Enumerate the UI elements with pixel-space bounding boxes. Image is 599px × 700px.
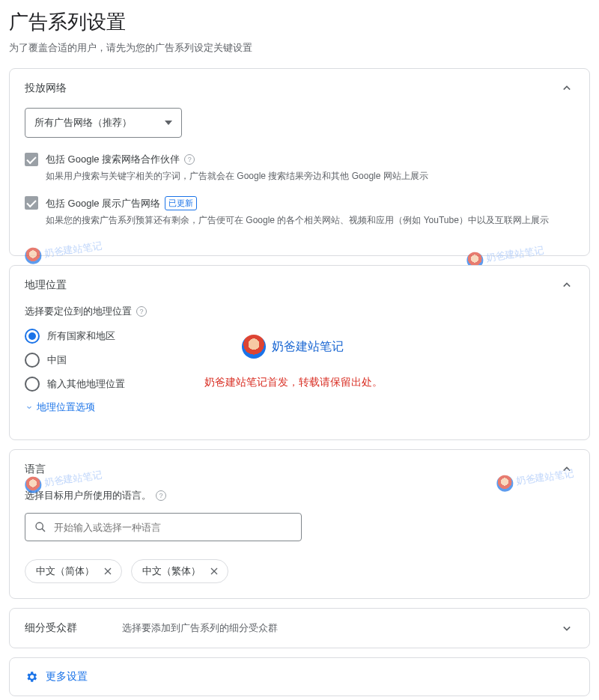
audiences-header[interactable]: 细分受众群 选择要添加到广告系列的细分受众群 xyxy=(10,609,589,648)
language-search-input[interactable] xyxy=(54,522,292,533)
chevron-down-icon xyxy=(559,621,574,636)
close-icon[interactable] xyxy=(102,565,114,577)
radio-checked-icon xyxy=(25,329,40,344)
search-partners-option[interactable]: 包括 Google 搜索网络合作伙伴 ? 如果用户搜索与关键字相关的字词，广告就… xyxy=(25,153,574,183)
page-subtitle: 为了覆盖合适的用户，请先为您的广告系列设定关键设置 xyxy=(9,41,590,55)
networks-dropdown[interactable]: 所有广告网络（推荐） xyxy=(25,108,182,138)
location-options-expand[interactable]: 地理位置选项 xyxy=(25,401,574,414)
watermark-note: 奶爸建站笔记首发，转载请保留出处。 xyxy=(204,376,383,389)
networks-body: 所有广告网络（推荐） 包括 Google 搜索网络合作伙伴 ? 如果用户搜索与关… xyxy=(10,108,589,255)
languages-section-label: 选择目标用户所使用的语言。 ? xyxy=(25,489,574,502)
languages-card: 语言 选择目标用户所使用的语言。 ? 中文（简体） 中文（繁体） 奶爸建站笔记 … xyxy=(9,449,590,599)
help-icon[interactable]: ? xyxy=(136,306,147,317)
radio-label: 中国 xyxy=(47,353,67,367)
watermark-brand: 奶爸建站笔记 xyxy=(242,335,344,359)
svg-point-0 xyxy=(36,523,43,529)
opt1-desc: 如果用户搜索与关键字相关的字词，广告就会在 Google 搜索结果旁边和其他 G… xyxy=(46,169,428,183)
languages-title: 语言 xyxy=(25,463,46,476)
more-settings-button[interactable]: 更多设置 xyxy=(10,658,589,696)
caret-down-icon xyxy=(165,121,172,125)
checkbox-checked-icon xyxy=(25,153,38,166)
locations-section-label: 选择要定位到的地理位置 ? xyxy=(25,305,574,318)
opt2-label: 包括 Google 展示广告网络 xyxy=(46,197,160,210)
languages-header[interactable]: 语言 xyxy=(10,450,589,489)
language-chips: 中文（简体） 中文（繁体） xyxy=(25,559,574,583)
radio-label: 输入其他地理位置 xyxy=(47,377,125,391)
help-icon[interactable]: ? xyxy=(156,490,166,501)
chevron-up-icon xyxy=(559,81,574,96)
chip-traditional-chinese[interactable]: 中文（繁体） xyxy=(131,559,228,583)
locations-header[interactable]: 地理位置 xyxy=(10,266,589,305)
search-icon xyxy=(34,521,46,533)
languages-body: 选择目标用户所使用的语言。 ? 中文（简体） 中文（繁体） xyxy=(10,489,589,598)
radio-unchecked-icon xyxy=(25,377,40,392)
chevron-up-icon xyxy=(559,462,574,477)
networks-header[interactable]: 投放网络 xyxy=(10,69,589,108)
more-settings-label: 更多设置 xyxy=(46,670,88,684)
chip-label: 中文（简体） xyxy=(36,564,94,578)
page-title: 广告系列设置 xyxy=(9,9,590,35)
avatar-icon xyxy=(242,335,266,359)
display-network-option[interactable]: 包括 Google 展示广告网络 已更新 如果您的搜索广告系列预算还有剩余，广告… xyxy=(25,196,574,227)
locations-body: 选择要定位到的地理位置 ? 所有国家和地区 中国 输入其他地理位置 地理位置选项… xyxy=(10,305,589,439)
audiences-card: 细分受众群 选择要添加到广告系列的细分受众群 xyxy=(9,608,590,648)
updated-badge: 已更新 xyxy=(165,196,197,210)
radio-unchecked-icon xyxy=(25,353,40,368)
chevron-down-icon xyxy=(25,403,34,412)
chip-label: 中文（繁体） xyxy=(142,564,201,578)
checkbox-checked-icon xyxy=(25,196,38,210)
networks-title: 投放网络 xyxy=(25,82,67,95)
locations-title: 地理位置 xyxy=(25,279,67,292)
help-icon[interactable]: ? xyxy=(184,154,195,165)
opt2-desc: 如果您的搜索广告系列预算还有剩余，广告便可在 Google 的各个相关网站、视频… xyxy=(46,213,549,227)
chevron-up-icon xyxy=(559,278,574,293)
locations-card: 地理位置 选择要定位到的地理位置 ? 所有国家和地区 中国 输入其他地理位置 地… xyxy=(9,265,590,440)
opt1-label: 包括 Google 搜索网络合作伙伴 xyxy=(46,153,180,166)
svg-line-1 xyxy=(42,529,45,532)
networks-card: 投放网络 所有广告网络（推荐） 包括 Google 搜索网络合作伙伴 ? 如果用… xyxy=(9,68,590,256)
audiences-title: 细分受众群 xyxy=(25,621,77,635)
gear-icon xyxy=(25,670,38,684)
language-search-wrap[interactable] xyxy=(25,513,302,541)
more-settings-card: 更多设置 xyxy=(9,657,590,696)
radio-label: 所有国家和地区 xyxy=(47,329,115,343)
dropdown-value: 所有广告网络（推荐） xyxy=(34,116,132,130)
audiences-desc: 选择要添加到广告系列的细分受众群 xyxy=(122,621,559,635)
chip-simplified-chinese[interactable]: 中文（简体） xyxy=(25,559,122,583)
close-icon[interactable] xyxy=(208,565,220,577)
